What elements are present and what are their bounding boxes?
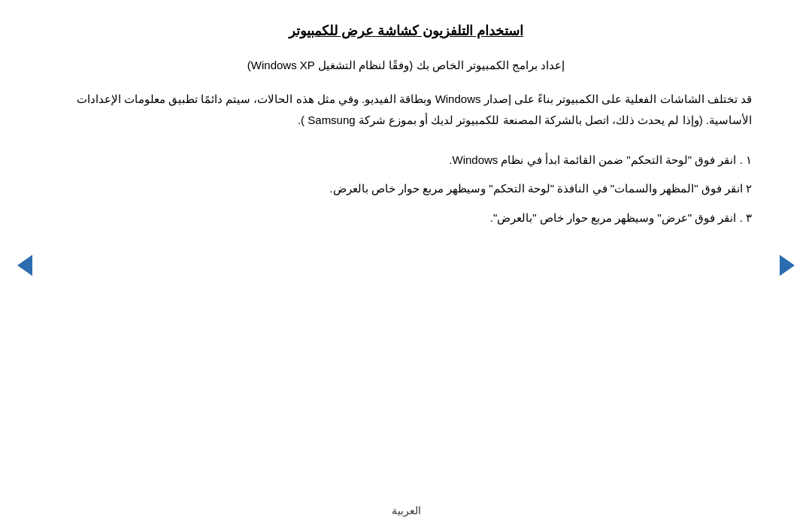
footer-label: العربية [392, 504, 421, 516]
page-container: استخدام التلفزيون كشاشة عرض للكمبيوتر إع… [0, 0, 812, 530]
nav-arrow-left[interactable] [14, 254, 36, 277]
step-item-2: ٢ انقر فوق "المظهر والسمات" في النافذة "… [60, 178, 752, 200]
steps-list: ١ . انقر فوق "لوحة التحكم" ضمن القائمة ا… [60, 150, 752, 229]
page-title: استخدام التلفزيون كشاشة عرض للكمبيوتر [60, 23, 752, 39]
step-text-1: . انقر فوق "لوحة التحكم" ضمن القائمة ابد… [449, 153, 743, 166]
step-number-1: ١ [746, 153, 752, 166]
footer-area: العربية [0, 495, 812, 530]
step-number-3: ٣ [746, 211, 752, 224]
step-number-2: ٢ [746, 182, 752, 195]
description-block: قد تختلف الشاشات الفعلية على الكمبيوتر ب… [60, 89, 752, 132]
intro-line: إعداد برامج الكمبيوتر الخاص بك (وفقًا لن… [60, 56, 752, 75]
step-text-3: . انقر فوق "عرض" وسيظهر مربع حوار خاص "ب… [490, 211, 743, 224]
step-item-1: ١ . انقر فوق "لوحة التحكم" ضمن القائمة ا… [60, 150, 752, 171]
step-text-2: انقر فوق "المظهر والسمات" في النافذة "لو… [329, 182, 742, 195]
right-arrow-icon [780, 255, 795, 276]
step-item-3: ٣ . انقر فوق "عرض" وسيظهر مربع حوار خاص … [60, 207, 752, 229]
nav-arrow-right[interactable] [776, 254, 798, 277]
left-arrow-icon [17, 255, 32, 276]
content-area: استخدام التلفزيون كشاشة عرض للكمبيوتر إع… [0, 0, 812, 495]
